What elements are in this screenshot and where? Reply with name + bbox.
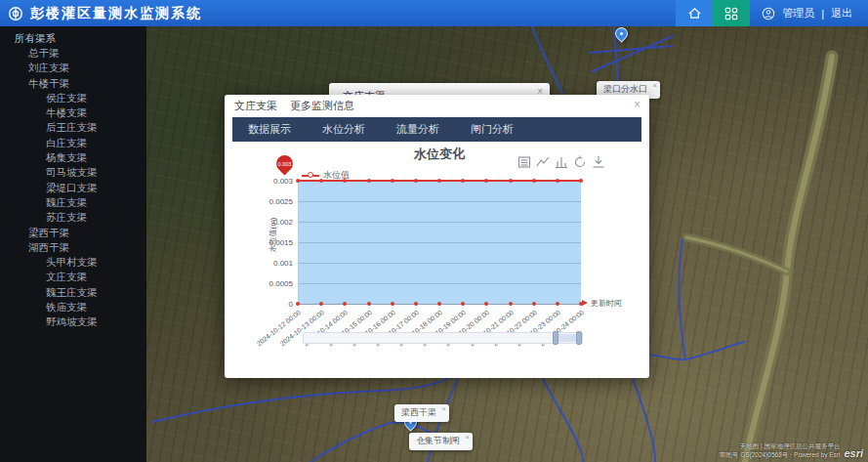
app-header: 彭楼灌区量测水监测系统 管理员 | 退出 (0, 0, 868, 26)
data-view-icon[interactable] (517, 155, 531, 169)
sidebar-item[interactable]: 侯庄支渠 (0, 91, 146, 105)
y-axis-tick: 0.001 (242, 259, 293, 268)
divider: | (821, 8, 824, 20)
sidebar-item[interactable]: 野鸡坡支渠 (0, 315, 146, 330)
data-point-marker (391, 179, 394, 183)
data-point-marker (437, 179, 441, 183)
sidebar-item[interactable]: 铁庙支渠 (0, 300, 146, 315)
datazoom-handle-left[interactable] (553, 331, 558, 345)
sidebar-item[interactable]: 司马坡支渠 (0, 166, 146, 181)
map-attribution: 天地图 | 国家地理信息公共服务平台 审图号 GS(2024)0568号 · P… (720, 442, 863, 459)
apps-grid-icon (724, 7, 738, 21)
x-axis-name: 更新时间 (591, 298, 622, 309)
data-point-marker (319, 302, 323, 306)
line-chart-icon[interactable] (536, 155, 550, 169)
map-label-text: 仓集节制闸 (416, 436, 460, 445)
tab-4[interactable]: 闸门分析 (455, 117, 529, 142)
data-point-marker (367, 302, 371, 306)
close-icon[interactable]: × (634, 99, 641, 110)
data-point-marker (296, 179, 300, 183)
data-point-marker (296, 302, 300, 306)
logout-link[interactable]: 退出 (831, 6, 852, 21)
data-point-marker (579, 179, 583, 183)
station-detail-modal: 文庄支渠 更多监测信息 × 数据展示水位分析流量分析闸门分析 水位变化 0.00… (225, 95, 649, 378)
data-point-marker (556, 179, 559, 183)
y-axis-tick: 0.003 (242, 177, 293, 186)
data-point-marker (391, 302, 394, 306)
chart-plot-area[interactable] (298, 181, 581, 304)
home-icon (687, 6, 702, 21)
data-point-marker (579, 302, 583, 306)
close-icon[interactable]: × (465, 433, 470, 441)
max-value-label: 0.003 (276, 155, 293, 172)
chart-toolbox (517, 155, 605, 169)
data-point-marker (343, 302, 347, 306)
sidebar-item[interactable]: 头甲村支渠 (0, 255, 146, 270)
sidebar-item[interactable]: 所有渠系 (0, 31, 146, 46)
username: 管理员 (782, 6, 814, 21)
sidebar-item[interactable]: 魏庄支渠 (0, 195, 146, 210)
data-point-marker (484, 302, 488, 306)
tab-1[interactable]: 数据展示 (232, 117, 307, 142)
user-area: 管理员 | 退出 (750, 0, 868, 26)
sidebar-item[interactable]: 文庄支渠 (0, 271, 146, 285)
close-icon[interactable]: × (652, 81, 657, 90)
apps-menu-button[interactable] (713, 0, 750, 26)
y-axis-tick: 0.0005 (242, 279, 293, 288)
attribution-line-1: 天地图 | 国家地理信息公共服务平台 (720, 442, 841, 450)
y-axis-tick: 0.002 (242, 218, 293, 227)
data-point-marker (461, 302, 465, 306)
data-point-marker (532, 302, 536, 306)
sidebar-item[interactable]: 苏庄支渠 (0, 211, 146, 226)
app-logo-icon (8, 6, 23, 21)
download-icon[interactable] (592, 155, 605, 169)
max-value-pin: 0.003 (272, 151, 296, 175)
data-point-marker (414, 302, 418, 306)
tab-2[interactable]: 水位分析 (307, 117, 381, 142)
datazoom-handle-right[interactable] (576, 331, 582, 345)
y-axis-tick: 0.0025 (242, 197, 293, 206)
esri-logo: esri (844, 448, 863, 459)
sidebar-item[interactable]: 杨集支渠 (0, 150, 146, 165)
data-point-marker (367, 179, 371, 183)
sidebar-item[interactable]: 牛楼支渠 (0, 105, 146, 120)
data-point-marker (509, 179, 513, 183)
sidebar-item[interactable]: 梁堤口支渠 (0, 181, 146, 195)
home-button[interactable] (676, 0, 713, 26)
sidebar-item[interactable]: 梁西干渠 (0, 226, 146, 240)
modal-station-name: 文庄支渠 (234, 99, 277, 113)
sidebar: 所有渠系总干渠刘庄支渠牛楼干渠侯庄支渠牛楼支渠后王庄支渠白庄支渠杨集支渠司马坡支… (0, 26, 146, 462)
close-icon[interactable]: × (441, 404, 446, 413)
data-point-marker (437, 302, 441, 306)
map-label-sluice-gate: 仓集节制闸 × (409, 433, 473, 450)
restore-icon[interactable] (573, 155, 587, 169)
map-label-liangxi-canal: 梁西干渠 × (394, 404, 449, 422)
app-title: 彭楼灌区量测水监测系统 (30, 5, 202, 22)
sidebar-item[interactable]: 后王庄支渠 (0, 121, 146, 136)
sidebar-item[interactable]: 总干渠 (0, 46, 146, 61)
sidebar-item[interactable]: 魏王庄支渠 (0, 285, 146, 300)
user-icon (762, 7, 775, 21)
data-point-marker (532, 179, 536, 183)
y-axis-tick: 0 (242, 300, 293, 309)
y-axis-tick: 0.0015 (242, 238, 293, 247)
sidebar-item[interactable]: 牛楼干渠 (0, 76, 146, 91)
map-label-text: 梁口分水口 (603, 84, 647, 94)
modal-subtitle: 更多监测信息 (290, 99, 354, 113)
data-point-marker (509, 302, 513, 306)
data-point-marker (556, 302, 559, 306)
bar-chart-icon[interactable] (555, 155, 568, 169)
map-label-text: 梁西干渠 (401, 407, 436, 417)
modal-tabbar: 数据展示水位分析流量分析闸门分析 (232, 117, 641, 142)
channel-tree: 所有渠系总干渠刘庄支渠牛楼干渠侯庄支渠牛楼支渠后王庄支渠白庄支渠杨集支渠司马坡支… (0, 26, 146, 330)
data-point-marker (414, 179, 418, 183)
tab-3[interactable]: 流量分析 (381, 117, 455, 142)
sidebar-item[interactable]: 湖西干渠 (0, 240, 146, 255)
sidebar-item[interactable]: 白庄支渠 (0, 136, 146, 150)
sidebar-item[interactable]: 刘庄支渠 (0, 62, 146, 76)
modal-header: 文庄支渠 更多监测信息 × (225, 95, 649, 116)
attribution-line-2: 审图号 GS(2024)0568号 · Powered by Esri (720, 451, 841, 459)
datazoom-slider[interactable] (303, 332, 583, 344)
legend-marker-icon (302, 175, 319, 177)
